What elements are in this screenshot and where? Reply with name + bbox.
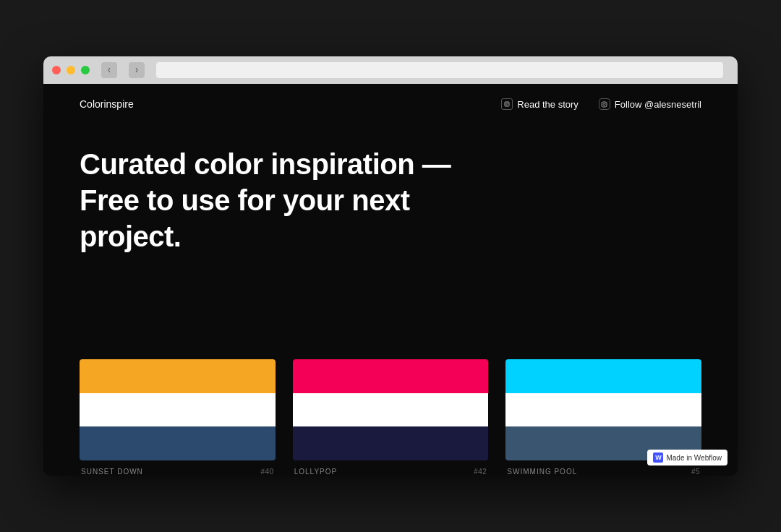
palette-card-lollypop[interactable]: LOLLYPOP #42 — [293, 359, 489, 476]
maximize-button[interactable] — [81, 66, 90, 74]
palettes-section: SUNSET DOWN #40 LOLLYPOP #42 — [43, 359, 738, 476]
instagram-icon — [599, 98, 610, 110]
svg-point-4 — [603, 103, 605, 106]
palette-name-lollypop: LOLLYPOP — [294, 468, 338, 476]
svg-point-5 — [605, 103, 606, 103]
swatch-pool-1 — [505, 359, 701, 393]
site-nav: Colorinspire Read the story — [43, 84, 738, 124]
swatch-lollypop-1 — [293, 359, 489, 393]
nav-links: Read the story Follow @alesnesetril — [501, 98, 701, 110]
svg-rect-0 — [505, 102, 509, 106]
follow-instagram-link[interactable]: Follow @alesnesetril — [599, 98, 701, 110]
page-content: Colorinspire Read the story — [43, 84, 738, 476]
story-icon — [501, 98, 513, 110]
swatch-sunset-2 — [80, 393, 276, 427]
swatch-sunset-1 — [80, 359, 276, 393]
webflow-w-icon: W — [653, 452, 663, 463]
browser-chrome — [43, 56, 738, 84]
palette-swatches-lollypop — [293, 359, 489, 460]
palette-swatches-pool — [505, 359, 701, 460]
webflow-badge-label: Made in Webflow — [666, 454, 722, 462]
minimize-button[interactable] — [67, 66, 75, 74]
palette-card-sunset[interactable]: SUNSET DOWN #40 — [80, 359, 276, 476]
back-button[interactable] — [101, 62, 117, 78]
webflow-badge[interactable]: W Made in Webflow — [647, 450, 727, 466]
read-story-link[interactable]: Read the story — [501, 98, 579, 110]
hero: Curated color inspiration — Free to use … — [43, 124, 738, 352]
swatch-sunset-3 — [80, 426, 276, 460]
site-logo: Colorinspire — [80, 98, 134, 110]
palette-meta-sunset: SUNSET DOWN #40 — [80, 468, 276, 476]
hero-title: Curated color inspiration — Free to use … — [80, 146, 513, 254]
forward-button[interactable] — [129, 62, 145, 78]
palette-number-sunset: #40 — [260, 468, 273, 476]
palette-swatches-sunset — [80, 359, 276, 460]
palette-name-sunset: SUNSET DOWN — [81, 468, 143, 476]
palette-name-pool: SWIMMING POOL — [507, 468, 577, 476]
swatch-lollypop-3 — [293, 426, 489, 460]
hero-title-line2: Free to use for your next project. — [80, 184, 409, 252]
follow-label: Follow @alesnesetril — [615, 99, 701, 110]
hero-title-line1: Curated color inspiration — — [80, 148, 451, 180]
address-bar[interactable] — [156, 62, 723, 78]
palette-meta-lollypop: LOLLYPOP #42 — [293, 468, 489, 476]
close-button[interactable] — [52, 66, 61, 74]
browser-window: Colorinspire Read the story — [43, 56, 738, 476]
browser-body: Colorinspire Read the story — [43, 84, 738, 476]
read-story-label: Read the story — [517, 99, 579, 110]
palette-meta-pool: SWIMMING POOL #5 — [505, 468, 701, 476]
palette-number-pool: #5 — [691, 468, 700, 476]
swatch-lollypop-2 — [293, 393, 489, 427]
palette-number-lollypop: #42 — [474, 468, 487, 476]
svg-rect-3 — [602, 102, 607, 107]
swatch-pool-2 — [505, 393, 701, 427]
